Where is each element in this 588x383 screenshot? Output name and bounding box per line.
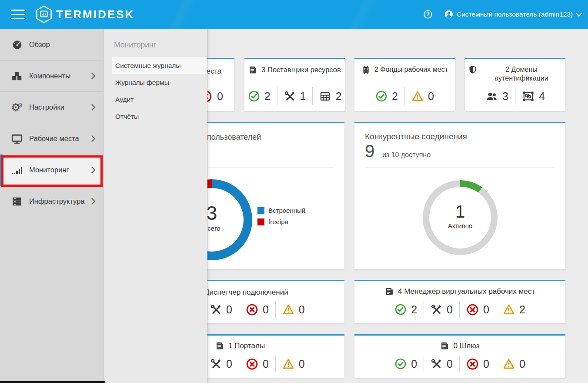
card-title-partial: Диспетчер подключений [204,288,288,297]
check-circle-icon [248,90,260,102]
sidebar-item-infrastructure[interactable]: Инфраструктура [0,186,103,217]
legend-label: freeipa [268,218,288,225]
news-icon [385,287,394,296]
card-vdi-manager: 4 Менеджер виртуальных рабочих мест 2 0 … [354,280,565,323]
signal-bars-icon [10,166,23,174]
gauge-icon [10,39,23,50]
chart-title: Конкурентные соединения [365,132,467,141]
stat-value: 2 [519,303,525,316]
legend-swatch [257,207,264,214]
card-title: 2 Фонды рабочих мест [374,65,448,74]
flyout-item-audit[interactable]: Аудит [104,91,207,108]
sidebar-item-label: Мониторинг [29,166,69,174]
warning-icon [282,358,294,370]
available-label: из 10 доступно [382,151,431,159]
warning-icon [503,303,515,316]
svg-text:?: ? [426,11,430,17]
sidebar-item-settings[interactable]: ⚙⚙ Настройки [0,92,103,123]
tools-icon [210,358,222,370]
stat-value: 0 [483,358,489,370]
legend-item: freeipa [257,218,305,225]
chevron-right-icon [89,104,96,111]
card-title: 0 Шлюз [453,341,479,350]
check-circle-icon [394,358,407,370]
legend-label: Встроенный [268,207,305,214]
logo-hexagon-icon [36,5,52,24]
cubes-icon [10,71,23,82]
monitoring-flyout-menu: Мониторинг Системные журналы Журналы фер… [104,29,207,383]
warning-icon [282,303,294,316]
sidebar-item-components[interactable]: Компоненты [0,60,103,92]
monitor-icon [10,133,23,144]
stat-value: 0 [447,358,453,370]
sidebar-item-workplaces[interactable]: Рабочие места [0,123,103,155]
card-resource-providers: 3 Поставщики ресурсов 2 1 2 [244,58,345,111]
chevron-down-icon [576,10,582,17]
stat-value: 1 [300,90,306,103]
card-title: 4 Менеджер виртуальных рабочих мест [398,287,535,296]
card-workplace-pools: 2 Фонды рабочих мест 2 0 [354,58,455,111]
flyout-item-system-logs[interactable]: Системные журналы [112,57,207,74]
check-circle-icon [375,90,388,102]
chevron-right-icon [89,167,96,174]
bottom-scroll-edge [0,381,105,383]
card-concurrent-connections: Конкурентные соединения 9 из 10 доступно… [354,122,565,269]
stat-value: 0 [226,358,232,370]
sidebar-item-monitoring[interactable]: Мониторинг [0,155,103,186]
sidebar-item-label: Рабочие места [29,134,79,143]
check-circle-icon [394,303,407,316]
sidebar-item-label: Настройки [29,103,64,111]
hamburger-menu-icon[interactable] [11,10,25,19]
stat-value: 4 [539,90,545,103]
shield-icon [468,65,477,74]
times-circle-icon [466,358,479,370]
stat-value: 2 [392,90,398,103]
logo-text: TERMIDESK [56,8,134,21]
stat-value: 3 [502,90,508,103]
logo: TERMIDESK [36,5,134,24]
stat-value: 0 [519,358,525,370]
chart-title-partial: пользователей [207,133,261,142]
stat-value: 2 [411,303,417,316]
stat-value: 0 [226,303,232,316]
news-icon [215,341,224,350]
user-circle-icon [444,10,454,19]
object-group-icon [522,90,535,103]
flyout-item-farm-logs[interactable]: Журналы фермы [104,74,207,91]
divider [365,168,555,168]
sidebar-item-label: Инфраструктура [29,197,85,205]
news-icon [248,65,257,74]
card-title-partial: еста [207,67,221,75]
stat-value: 0 [447,303,453,316]
available-count: 9 [365,142,374,160]
user-label: Системный пользователь (admin123) [457,10,573,18]
gears-icon: ⚙⚙ [10,102,23,113]
table-icon [319,91,331,102]
help-icon[interactable]: ? [423,10,433,19]
card-title: 3 Поставщики ресурсов [261,65,341,74]
donut-active-value: 1 [423,203,498,220]
tools-icon [431,304,442,316]
flyout-item-reports[interactable]: Отчёты [104,108,207,125]
user-menu[interactable]: Системный пользователь (admin123) [444,10,581,19]
chevron-right-icon [89,73,96,80]
warning-icon [411,90,424,102]
donut-active-label: Активно [423,222,498,229]
stat-value: 0 [411,358,417,370]
times-circle-icon [246,358,258,370]
chip-icon [361,65,371,74]
users-icon [485,90,498,103]
tools-icon [284,91,296,102]
sidebar: Обзор Компоненты ⚙⚙ Настройки [0,29,104,383]
sidebar-item-label: Обзор [29,40,50,49]
card-title: 2 Домены аутентификации [481,65,562,83]
stat-value: 0 [299,358,305,370]
sidebar-item-overview[interactable]: Обзор [0,29,103,60]
stat-value: 0 [483,303,489,316]
stat-value: 0 [428,90,434,103]
tools-icon [210,304,222,316]
stat-value: 2 [335,90,341,103]
flyout-title: Мониторинг [104,29,207,50]
stat-value: 0 [263,303,269,316]
times-circle-icon [246,303,258,316]
